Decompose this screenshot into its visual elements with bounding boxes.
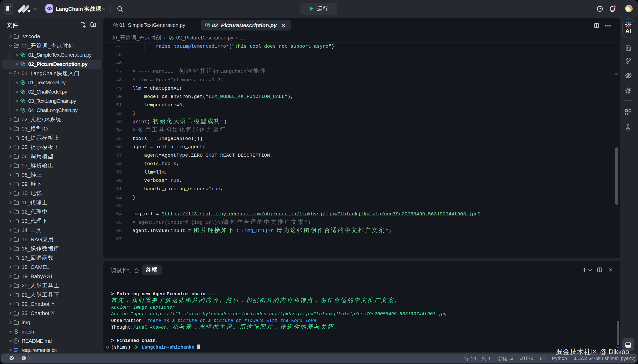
svg-text:?: ? <box>599 7 601 11</box>
svg-text:?: ? <box>15 339 17 343</box>
